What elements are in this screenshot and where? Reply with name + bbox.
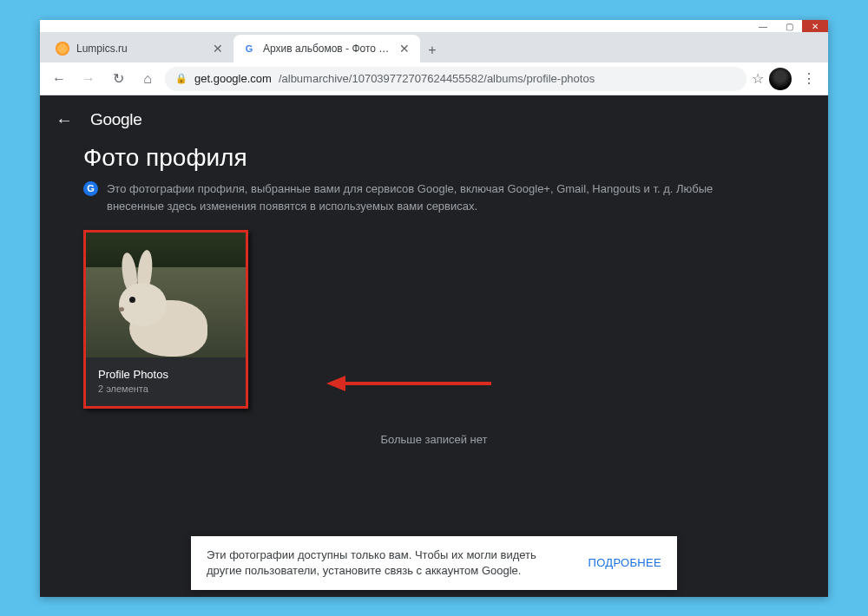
- url-input[interactable]: 🔒 get.google.com/albumarchive/1070397727…: [165, 67, 746, 91]
- page-title: Фото профиля: [83, 144, 785, 172]
- app-bar: ← Google: [40, 95, 828, 144]
- google-logo[interactable]: Google: [90, 110, 141, 129]
- page-description: G Это фотографии профиля, выбранные вами…: [83, 180, 752, 214]
- close-window-button[interactable]: ✕: [802, 20, 828, 32]
- back-button[interactable]: ←: [47, 67, 71, 91]
- tab-lumpics[interactable]: Lumpics.ru ✕: [47, 35, 233, 62]
- home-button[interactable]: ⌂: [135, 67, 160, 91]
- browser-menu-icon[interactable]: ⋮: [797, 70, 821, 87]
- lumpics-favicon: [56, 42, 69, 56]
- window-titlebar: — ▢ ✕: [40, 20, 828, 32]
- google-badge-icon: G: [83, 181, 98, 196]
- google-favicon: G: [242, 42, 256, 56]
- reload-button[interactable]: ↻: [106, 67, 130, 91]
- tab-title: Архив альбомов - Фото профил: [263, 43, 391, 55]
- page-content: ← Google Фото профиля G Это фотографии п…: [40, 95, 828, 597]
- album-thumbnail: [86, 233, 246, 357]
- close-tab-icon[interactable]: ✕: [211, 42, 225, 56]
- maximize-button[interactable]: ▢: [776, 20, 802, 32]
- rabbit-image: [103, 248, 207, 352]
- tab-strip: Lumpics.ru ✕ G Архив альбомов - Фото про…: [40, 32, 828, 62]
- album-count: 2 элемента: [98, 383, 233, 394]
- snackbar-text: Эти фотографии доступны только вам. Чтоб…: [207, 547, 571, 579]
- album-card-profile-photos[interactable]: Profile Photos 2 элемента: [83, 230, 248, 409]
- close-tab-icon[interactable]: ✕: [398, 42, 411, 56]
- bookmark-star-icon[interactable]: ☆: [752, 70, 764, 87]
- lock-icon: 🔒: [175, 73, 187, 84]
- app-back-button[interactable]: ←: [56, 110, 73, 130]
- description-text: Это фотографии профиля, выбранные вами д…: [107, 180, 752, 214]
- forward-button[interactable]: →: [76, 67, 101, 91]
- window-controls: — ▢ ✕: [750, 20, 828, 32]
- new-tab-button[interactable]: +: [420, 38, 444, 62]
- album-title: Profile Photos: [98, 368, 233, 381]
- url-path: /albumarchive/107039772707624455582/albu…: [279, 72, 595, 85]
- tab-album-archive[interactable]: G Архив альбомов - Фото профил ✕: [233, 35, 420, 62]
- album-card-text: Profile Photos 2 элемента: [86, 357, 246, 406]
- address-bar: ← → ↻ ⌂ 🔒 get.google.com/albumarchive/10…: [40, 62, 828, 95]
- minimize-button[interactable]: —: [750, 20, 776, 32]
- tab-title: Lumpics.ru: [76, 43, 204, 55]
- browser-window: — ▢ ✕ Lumpics.ru ✕ G Архив альбомов - Фо…: [40, 20, 828, 597]
- url-host: get.google.com: [194, 72, 272, 85]
- page-body: Фото профиля G Это фотографии профиля, в…: [40, 144, 828, 446]
- profile-avatar[interactable]: [769, 68, 792, 90]
- no-more-records-text: Больше записей нет: [83, 433, 785, 446]
- privacy-snackbar: Эти фотографии доступны только вам. Чтоб…: [191, 536, 677, 590]
- snackbar-learn-more-button[interactable]: ПОДРОБНЕЕ: [589, 556, 661, 569]
